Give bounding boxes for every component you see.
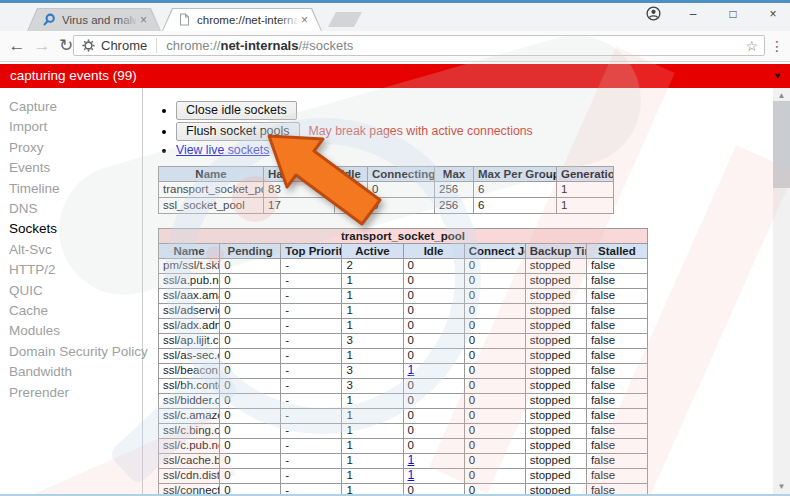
table-cell: ssl_socket_pool (159, 198, 264, 214)
idle-socket-count-link[interactable]: 1 (408, 454, 415, 468)
scroll-down-icon[interactable]: ▼ (773, 479, 790, 494)
sidebar-item-domain-security-policy[interactable]: Domain Security Policy (9, 342, 142, 362)
tab-title-fade (278, 11, 300, 28)
sidebar-item-alt-svc[interactable]: Alt-Svc (9, 240, 142, 260)
forward-icon: → (31, 31, 53, 61)
close-idle-sockets-button[interactable]: Close idle sockets (176, 101, 297, 120)
table-cell: false (586, 274, 647, 289)
tab-close-icon[interactable]: × (301, 14, 308, 26)
table-cell: 0 (220, 484, 281, 495)
bookmark-star-icon[interactable]: ☆ (745, 38, 758, 54)
table-cell: false (586, 289, 647, 304)
table-cell: 1 (403, 364, 464, 379)
table-cell: 1 (342, 394, 403, 409)
table-row: ssl/adservice.google.com:4430-100stopped… (159, 304, 648, 319)
table-cell: 1 (342, 409, 403, 424)
sidebar-item-capture[interactable]: Capture (9, 97, 142, 117)
sidebar-item-dns[interactable]: DNS (9, 199, 142, 219)
table-cell: 256 (435, 182, 474, 198)
site-favicon-magnifier-icon (43, 13, 56, 26)
back-icon[interactable]: ← (6, 31, 28, 61)
browser-menu-icon[interactable]: ⋮ (768, 31, 786, 61)
sidebar-item-bandwidth[interactable]: Bandwidth (9, 362, 142, 382)
table-cell: - (281, 304, 342, 319)
table-cell: stopped (525, 424, 586, 439)
table-cell: 0 (220, 289, 281, 304)
table-cell: 0 (464, 454, 525, 469)
table-cell: 1 (403, 469, 464, 484)
view-live-sockets-link[interactable]: View live sockets (176, 143, 269, 157)
table-cell: 1 (342, 439, 403, 454)
idle-socket-count-link[interactable]: 1 (408, 364, 415, 378)
tab-virus-malware-removal[interactable]: Virus and malware remo × (27, 8, 161, 31)
document-favicon-icon (178, 13, 191, 26)
column-header: Idle (403, 244, 464, 259)
new-tab-button[interactable] (328, 12, 362, 27)
sidebar-item-http-2[interactable]: HTTP/2 (9, 260, 142, 280)
pool-title-row: transport_socket_pool (159, 229, 648, 244)
toolbar: ← → ↻ Chrome chrome://net-internals/#soc… (0, 31, 790, 62)
table-cell: false (586, 454, 647, 469)
column-header: Top Priority (281, 244, 342, 259)
minimize-button-icon[interactable]: – (680, 5, 706, 23)
table-cell: ssl/ap.lijit.com:443 (159, 334, 220, 349)
table-cell: 0 (403, 484, 464, 495)
column-header: Connect Jobs (464, 244, 525, 259)
sidebar-item-timeline[interactable]: Timeline (9, 179, 142, 199)
table-cell: 0 (220, 424, 281, 439)
table-cell: 1 (342, 469, 403, 484)
tab-close-icon[interactable]: × (140, 14, 147, 26)
table-cell: 1 (557, 198, 614, 214)
table-cell: stopped (525, 484, 586, 495)
profile-icon[interactable] (640, 5, 666, 23)
titlebar: Virus and malware remo × chrome://net-in… (0, 3, 790, 31)
address-bar[interactable]: Chrome chrome://net-internals/#sockets ☆ (73, 35, 765, 56)
list-item: Close idle sockets (176, 101, 773, 120)
table-cell: 0 (220, 409, 281, 424)
table-cell: 0 (403, 394, 464, 409)
tab-net-internals[interactable]: chrome://net-internals/# × (162, 8, 322, 31)
idle-socket-count-link[interactable]: 1 (408, 469, 415, 483)
sidebar-item-proxy[interactable]: Proxy (9, 138, 142, 158)
capture-banner-text: capturing events (99) (10, 64, 137, 88)
table-cell: false (586, 334, 647, 349)
table-cell: - (281, 334, 342, 349)
sidebar-item-sockets[interactable]: Sockets (9, 219, 142, 239)
main-content: Close idle sockets Flush socket poolsMay… (144, 88, 773, 494)
tab-title-fade (117, 11, 139, 28)
sidebar: CaptureImportProxyEventsTimelineDNSSocke… (0, 88, 143, 494)
sidebar-item-quic[interactable]: QUIC (9, 281, 142, 301)
banner-dropdown-icon[interactable]: ▼ (773, 64, 782, 88)
sidebar-item-modules[interactable]: Modules (9, 321, 142, 341)
capture-banner: capturing events (99) ▼ (0, 64, 790, 88)
table-cell: stopped (525, 334, 586, 349)
scrollbar-thumb[interactable] (773, 101, 790, 188)
sidebar-item-prerender[interactable]: Prerender (9, 383, 142, 403)
table-cell: stopped (525, 454, 586, 469)
table-cell: false (586, 484, 647, 495)
gear-icon (82, 39, 95, 52)
table-cell: stopped (525, 379, 586, 394)
column-header: Generation (557, 167, 614, 182)
scrollbar[interactable]: ▲ ▼ (773, 88, 790, 494)
table-cell: 0 (220, 439, 281, 454)
column-header: Pending (220, 244, 281, 259)
table-cell: 0 (403, 379, 464, 394)
close-window-button-icon[interactable]: × (760, 5, 786, 23)
table-cell: 0 (403, 289, 464, 304)
maximize-button-icon[interactable]: □ (720, 5, 746, 23)
sidebar-item-cache[interactable]: Cache (9, 301, 142, 321)
table-cell: stopped (525, 469, 586, 484)
table-cell: 6 (474, 182, 557, 198)
table-cell: 0 (464, 424, 525, 439)
sidebar-item-import[interactable]: Import (9, 117, 142, 137)
column-header: Name (159, 167, 264, 182)
table-row: ssl/as-sec.casalemedia.com:4430-100stopp… (159, 349, 648, 364)
column-header: Active (342, 244, 403, 259)
table-cell: 0 (464, 364, 525, 379)
table-cell: false (586, 424, 647, 439)
table-cell: - (281, 484, 342, 495)
table-cell: false (586, 439, 647, 454)
sidebar-item-events[interactable]: Events (9, 158, 142, 178)
table-cell: 0 (403, 409, 464, 424)
